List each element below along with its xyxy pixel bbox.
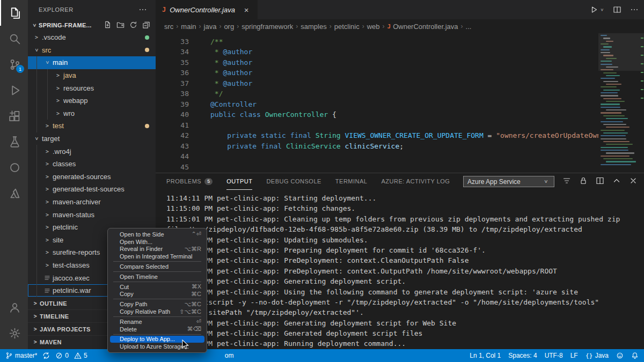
status-notifications[interactable] bbox=[631, 349, 639, 362]
status-git-branch[interactable]: master* bbox=[5, 349, 37, 362]
activity-bar-run-and-debug[interactable] bbox=[0, 77, 28, 103]
activity-bar-testing[interactable] bbox=[0, 129, 28, 154]
tree-item-webapp[interactable]: >webapp bbox=[28, 94, 156, 107]
breadcrumb-item-petclinic[interactable]: petclinic bbox=[334, 23, 360, 31]
status-language-mode[interactable]: {}Java bbox=[586, 349, 609, 362]
breadcrumb-item-more[interactable]: ... bbox=[466, 23, 472, 31]
tree-item-maven-status[interactable]: >maven-status bbox=[28, 208, 156, 221]
menu-item-reveal-in-finder[interactable]: Reveal in Finder⌥⌘R bbox=[108, 246, 207, 253]
panel-action-split-window[interactable] bbox=[596, 176, 604, 187]
tree-item-test[interactable]: >test bbox=[28, 120, 156, 132]
menu-item-open-in-integrated-terminal[interactable]: Open in Integrated Terminal bbox=[108, 253, 207, 260]
menu-item-open-with[interactable]: Open With... bbox=[108, 238, 207, 246]
menu-item-delete[interactable]: Delete⌘⌫ bbox=[108, 326, 207, 333]
status-account-fragment[interactable]: om bbox=[225, 349, 234, 362]
tree-item-vscode[interactable]: >.vscode bbox=[28, 31, 156, 44]
tree-item-wro[interactable]: >wro bbox=[28, 107, 156, 120]
panel-tab-problems[interactable]: PROBLEMS5 bbox=[166, 173, 213, 190]
menu-item-copy-relative-path[interactable]: Copy Relative Path⇧⌥⌘C bbox=[108, 308, 207, 315]
collapse-all-button[interactable] bbox=[142, 21, 150, 30]
breadcrumb-item-samples[interactable]: samples bbox=[301, 23, 326, 31]
code-text: * @author bbox=[210, 79, 252, 87]
menu-item-cut[interactable]: Cut⌘X bbox=[108, 283, 207, 291]
breadcrumb-item-java[interactable]: java bbox=[204, 23, 217, 31]
minimap-slider[interactable] bbox=[598, 33, 644, 71]
panel-tab-azure-activity-log[interactable]: AZURE: ACTIVITY LOG bbox=[381, 173, 450, 190]
tree-item-java[interactable]: >java bbox=[28, 69, 156, 82]
menu-item-copy-path[interactable]: Copy Path⌥⌘C bbox=[108, 300, 207, 308]
new-file-button[interactable] bbox=[104, 21, 112, 30]
more-actions-icon[interactable] bbox=[138, 5, 147, 14]
problems-badge: 5 bbox=[204, 178, 213, 185]
status-encoding[interactable]: UTF-8 bbox=[545, 349, 563, 362]
activity-bar-search[interactable] bbox=[0, 26, 28, 51]
close-icon[interactable]: × bbox=[244, 5, 249, 14]
tree-item-main[interactable]: >main bbox=[28, 56, 156, 69]
breadcrumb-separator: › bbox=[330, 23, 332, 30]
chevron-right-icon: > bbox=[43, 161, 52, 167]
code-editor[interactable]: 3233/**34 * @author35 * @author36 * @aut… bbox=[156, 33, 644, 173]
breadcrumb-item-springframework[interactable]: springframework bbox=[241, 23, 293, 31]
breadcrumb-item-org[interactable]: org bbox=[224, 23, 234, 31]
breadcrumb-item-web[interactable]: web bbox=[367, 23, 380, 31]
tree-item-maven-archiver[interactable]: >maven-archiver bbox=[28, 196, 156, 209]
activity-bar-extensions[interactable] bbox=[0, 103, 28, 129]
workspace-section-header[interactable]: > SPRING-FRAME... bbox=[28, 19, 156, 31]
tree-item-generated-sources[interactable]: >generated-sources bbox=[28, 171, 156, 183]
panel-tab-terminal[interactable]: TERMINAL bbox=[335, 173, 368, 190]
code-text: private final ClinicService clinicServic… bbox=[210, 142, 404, 150]
minimap[interactable] bbox=[598, 33, 644, 173]
menu-item-open-to-the-side[interactable]: Open to the Side⌃⏎ bbox=[108, 231, 207, 238]
editor-action-more-actions[interactable] bbox=[630, 5, 639, 14]
panel-action-lock[interactable] bbox=[579, 176, 588, 187]
code-line-43: 43 private final ClinicService clinicSer… bbox=[156, 141, 644, 152]
status-errors[interactable]: 0 bbox=[55, 349, 69, 362]
activity-bar-explorer[interactable] bbox=[0, 0, 28, 26]
activity-bar-azure[interactable] bbox=[0, 180, 28, 206]
chevron-right-icon: > bbox=[31, 313, 40, 319]
status-indentation[interactable]: Spaces: 4 bbox=[508, 349, 537, 362]
menu-item-rename[interactable]: Rename⏎ bbox=[108, 318, 207, 326]
tree-item-src[interactable]: >src bbox=[28, 44, 156, 57]
panel-tab-debug-console[interactable]: DEBUG CONSOLE bbox=[266, 173, 321, 190]
menu-item-open-timeline[interactable]: Open Timeline bbox=[108, 273, 207, 280]
status-cursor-position[interactable]: Ln 1, Col 1 bbox=[470, 349, 501, 362]
activity-bar-settings[interactable] bbox=[0, 320, 28, 346]
output-log[interactable]: 11:14:11 PM pet-clinic-app: Starting dep… bbox=[156, 190, 644, 349]
output-channel-select[interactable]: Azure App Service > bbox=[463, 176, 554, 187]
refresh-button[interactable] bbox=[129, 21, 137, 30]
new-folder-button[interactable] bbox=[116, 21, 125, 30]
code-lines: 3233/**34 * @author35 * @author36 * @aut… bbox=[156, 33, 644, 172]
breadcrumb-item-src[interactable]: src bbox=[164, 23, 173, 31]
activity-bar-accounts[interactable] bbox=[0, 294, 28, 320]
editor-action-run-java[interactable]: > bbox=[589, 5, 604, 14]
status-feedback[interactable] bbox=[616, 349, 624, 362]
activity-bar-source-control[interactable]: 1 bbox=[0, 51, 28, 77]
tab-ownercontroller-java[interactable]: J OwnerController.java × bbox=[156, 0, 258, 19]
tree-item-resources[interactable]: >resources bbox=[28, 82, 156, 94]
filter-icon bbox=[562, 176, 571, 185]
menu-item-upload-to-azure-storage[interactable]: Upload to Azure Storage... bbox=[108, 343, 207, 350]
editor-region: J OwnerController.java × > src›main›java… bbox=[156, 0, 644, 349]
panel-action-close[interactable] bbox=[629, 176, 638, 187]
menu-item-compare-selected[interactable]: Compare Selected bbox=[108, 263, 207, 270]
status-eol[interactable]: LF bbox=[570, 349, 578, 362]
activity-bar-tool-ring[interactable] bbox=[0, 154, 28, 180]
activity-bar: 1 bbox=[0, 0, 28, 349]
debug-icon bbox=[9, 84, 21, 97]
panel-action-filter[interactable] bbox=[562, 176, 571, 187]
breadcrumb-item-ownercontroller-java[interactable]: JOwnerController.java bbox=[387, 23, 458, 31]
panel-tab-output[interactable]: OUTPUT bbox=[226, 173, 252, 190]
menu-item-copy[interactable]: Copy⌘C bbox=[108, 291, 207, 298]
menu-item-deploy-to-web-app[interactable]: Deploy to Web App... bbox=[110, 336, 204, 343]
status-warnings[interactable]: 5 bbox=[74, 349, 87, 362]
status-sync[interactable] bbox=[42, 349, 50, 362]
tree-item-target[interactable]: >target bbox=[28, 132, 156, 145]
output-line: PM pet-clinic-app: PreDeployment: contex… bbox=[166, 255, 644, 265]
tree-item-classes[interactable]: >classes bbox=[28, 158, 156, 171]
panel-action-chevron-up[interactable] bbox=[612, 176, 621, 187]
tree-item-generated-test-sources[interactable]: >generated-test-sources bbox=[28, 183, 156, 196]
tree-item-wro4j[interactable]: >.wro4j bbox=[28, 145, 156, 158]
editor-action-split-editor[interactable] bbox=[613, 5, 621, 14]
breadcrumb-item-main[interactable]: main bbox=[181, 23, 196, 31]
